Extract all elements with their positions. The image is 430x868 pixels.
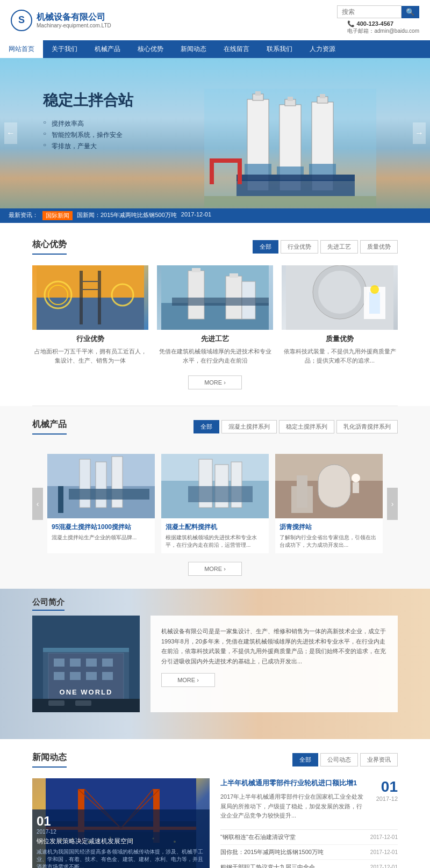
nav-item-核心优势[interactable]: 核心优势 [129, 40, 172, 58]
company-name-en: Machinary-equipment.com.LTD [37, 23, 111, 28]
news-list-title[interactable]: 国你批：2015年减两吨比炼钢1500万吨 [220, 848, 366, 856]
search-button[interactable]: 🔍 [402, 6, 419, 18]
svg-rect-73 [102, 672, 113, 680]
svg-rect-47 [69, 489, 149, 500]
news-filter-0[interactable]: 全部 [292, 753, 318, 766]
svg-rect-57 [318, 465, 350, 508]
news-main-desc: 2017年上半年机械通用零部件行业在国家机工业全处发展局的所推动下，卢级提了稳处… [220, 792, 366, 821]
ticker-content: 国新闻：2015年减两吨比炼钢500万吨 [77, 211, 177, 220]
card-industry-title: 行业优势 [32, 334, 148, 344]
email-address: 电子邮箱：admin@baidu.com [347, 27, 419, 35]
product-image-3 [275, 454, 383, 518]
core-filter-2[interactable]: 先进工艺 [320, 240, 358, 254]
hero-prev-button[interactable]: ← [4, 122, 17, 144]
product-filter-1[interactable]: 混凝土搅拌系列 [221, 420, 277, 433]
products-slider: ‹ 95混凝土搅拌站1000搅拌站 混凝土搅拌站生产企业 [32, 454, 398, 553]
news-list-item: 国你批：2015年减两吨比炼钢1500万吨2017-12-01 [220, 845, 398, 860]
products-prev-button[interactable]: ‹ [32, 488, 43, 520]
svg-rect-76 [75, 700, 91, 706]
svg-rect-44 [80, 459, 90, 508]
products-next-button[interactable]: › [387, 488, 398, 520]
logo-area: S 机械设备有限公司 Machinary-equipment.com.LTD [11, 10, 111, 31]
company-image: ONE WORLD [32, 616, 140, 712]
products-more-button[interactable]: MORE › [188, 562, 242, 576]
core-filter-3[interactable]: 质量优势 [360, 240, 398, 254]
product-desc-2: 根据建筑机械领域的先进技术和专业水平，在行业内走在前沿，运营管理... [166, 534, 264, 549]
product-filter-2[interactable]: 稳定土搅拌系列 [279, 420, 334, 433]
ticker-label: 最新资讯： [9, 211, 38, 220]
svg-rect-3 [255, 91, 261, 96]
card-quality: 质量优势 依靠科技武装量，不提供九用外援商质量产品；提供灾难不尽的追求... [282, 265, 398, 365]
nav-item-在线留言[interactable]: 在线留言 [215, 40, 258, 58]
products-filters: 全部混凝土搅拌系列稳定土搅拌系列乳化沥青搅拌系列 [194, 420, 398, 433]
product-card-1: 95混凝土搅拌站1000搅拌站 混凝土搅拌站生产企业的领军品牌... [47, 454, 155, 553]
hero-features: 搅拌效率高智能控制系统，操作安全零排放，产量大 [43, 119, 133, 151]
ticker-date: 2017-12-01 [181, 211, 211, 220]
nav-item-联系我们[interactable]: 联系我们 [258, 40, 301, 58]
product-filter-0[interactable]: 全部 [194, 420, 219, 433]
product-card-2: 混凝土配料搅拌机 根据建筑机械领域的先进技术和专业水平，在行业内走在前沿，运营管… [161, 454, 269, 553]
company-image-box: ONE WORLD [32, 616, 140, 712]
news-main-date: 01 [366, 778, 398, 795]
news-title: 新闻动态 [32, 752, 67, 768]
hero-feature-item: 智能控制系统，操作安全 [43, 131, 133, 140]
svg-rect-6 [288, 97, 293, 101]
svg-rect-61 [353, 482, 359, 493]
nav-item-新闻动态[interactable]: 新闻动态 [172, 40, 215, 58]
nav-item-机械产品[interactable]: 机械产品 [86, 40, 129, 58]
news-ticker: 最新资讯： 国际新闻 国新闻：2015年减两吨比炼钢500万吨 2017-12-… [0, 208, 430, 223]
svg-point-38 [318, 271, 361, 314]
news-list-date: 2017-12-01 [370, 849, 398, 855]
svg-rect-16 [210, 158, 242, 163]
svg-rect-48 [58, 486, 63, 513]
news-list-date: 2017-12-01 [370, 864, 398, 868]
nav-item-网站首页[interactable]: 网站首页 [0, 40, 43, 58]
svg-rect-11 [236, 175, 355, 181]
ticker-category: 国际新闻 [42, 211, 73, 220]
svg-rect-18 [238, 163, 242, 184]
news-filters: 全部公司动态业界资讯 [292, 753, 398, 766]
svg-rect-66 [54, 659, 64, 667]
company-section: 公司简介 [0, 589, 430, 739]
page-header: S 机械设备有限公司 Machinary-equipment.com.LTD 🔍… [0, 0, 430, 40]
svg-rect-72 [86, 672, 97, 680]
svg-rect-69 [102, 659, 113, 667]
card-industry-desc: 占地面积一万五千平米，拥有员工近百人，集设计、生产、销售为一体 [32, 347, 148, 365]
hero-next-button[interactable]: → [413, 122, 426, 144]
nav-item-关于我们[interactable]: 关于我们 [43, 40, 86, 58]
news-filter-1[interactable]: 公司动态 [320, 753, 358, 766]
company-name: 机械设备有限公司 [37, 12, 111, 23]
product-filter-3[interactable]: 乳化沥青搅拌系列 [336, 420, 398, 433]
news-featured-desc: 减速机为我国国民经济提高多各领域的机械传动体提，涉及、机械手工业、学和国，有着、… [37, 848, 205, 868]
news-featured-title: 钢位发展策略决定减速机发展空间 [37, 837, 205, 846]
svg-rect-59 [297, 475, 307, 508]
news-main-title: 上半年机械通用零部件行业轮机进口额比增1 [220, 778, 366, 788]
card-industry-image [32, 265, 148, 330]
svg-point-60 [352, 474, 360, 482]
news-featured: 01 2017-12 钢位发展策略决定减速机发展空间 减速机为我国国民经济提高多… [32, 778, 210, 868]
news-list-item: "钢联相连"在石油建清设守堂2017-12-01 [220, 830, 398, 845]
news-featured-date: 2017-12 [37, 829, 205, 835]
news-list-title[interactable]: 粗钢干部职工热议党十九届三中全会 [220, 863, 366, 868]
company-more-button[interactable]: MORE › [161, 673, 215, 687]
news-list-title[interactable]: "钢联相连"在石油建清设守堂 [220, 833, 366, 841]
search-input[interactable] [337, 5, 402, 18]
news-right-panel: 上半年机械通用零部件行业轮机进口额比增1 2017年上半年机械通用零部件行业在国… [220, 778, 398, 868]
product-title-1: 95混凝土搅拌站1000搅拌站 [52, 523, 150, 532]
nav-item-人力资源[interactable]: 人力资源 [301, 40, 344, 58]
svg-rect-68 [86, 659, 97, 667]
advantages-more-button[interactable]: MORE › [188, 375, 242, 389]
news-filter-2[interactable]: 业界资讯 [360, 753, 398, 766]
news-featured-overlay: 01 2017-12 钢位发展策略决定减速机发展空间 减速机为我国国民经济提高多… [32, 809, 210, 868]
news-content: 01 2017-12 钢位发展策略决定减速机发展空间 减速机为我国国民经济提高多… [32, 778, 398, 868]
machinery-products-section: 机械产品 全部混凝土搅拌系列稳定土搅拌系列乳化沥青搅拌系列 ‹ [0, 406, 430, 589]
svg-rect-71 [70, 672, 81, 680]
core-filter-0[interactable]: 全部 [253, 240, 278, 254]
card-quality-image [282, 265, 398, 330]
product-title-2: 混凝土配料搅拌机 [166, 523, 264, 532]
search-bar: 🔍 [337, 5, 419, 18]
product-image-2 [161, 454, 269, 518]
products-grid: 95混凝土搅拌站1000搅拌站 混凝土搅拌站生产企业的领军品牌... [47, 454, 383, 553]
core-filter-1[interactable]: 行业优势 [281, 240, 318, 254]
main-nav: 网站首页关于我们机械产品核心优势新闻动态在线留言联系我们人力资源 [0, 40, 430, 58]
